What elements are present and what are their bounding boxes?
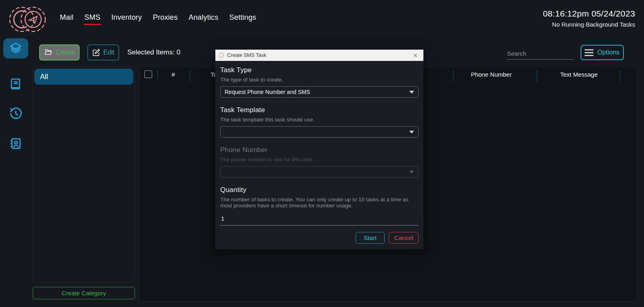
phone-number-label: Phone Number [220, 146, 419, 154]
task-type-select[interactable]: Request Phone Number and SMS [220, 86, 419, 98]
sidebar-item-contacts[interactable] [3, 134, 28, 154]
edit-icon [92, 48, 100, 56]
chevron-down-icon [409, 131, 414, 134]
quantity-input[interactable] [220, 213, 419, 226]
task-template-select[interactable] [220, 126, 419, 138]
create-sms-task-modal: Create SMS Task ✕ Task Type The type of … [215, 50, 423, 249]
nav-item-settings[interactable]: Settings [229, 13, 257, 25]
history-icon [9, 107, 23, 121]
hamburger-icon [585, 49, 593, 56]
modal-logo-icon [219, 52, 224, 58]
task-type-description: The type of task to create. [220, 77, 419, 83]
nav-item-sms[interactable]: SMS [84, 13, 101, 25]
modal-titlebar[interactable]: Create SMS Task ✕ [215, 50, 423, 61]
search-input[interactable] [507, 48, 574, 60]
nav-item-proxies[interactable]: Proxies [153, 13, 177, 25]
status-area: 08:16:12pm 05/24/2023 No Running Backgro… [543, 9, 635, 28]
options-button[interactable]: Options [581, 45, 624, 60]
clock: 08:16:12pm 05/24/2023 [543, 9, 635, 19]
nav-item-analytics[interactable]: Analytics [189, 13, 219, 25]
field-quantity: Quantity The number of tasks to create. … [220, 186, 419, 226]
sidebar-item-history[interactable] [3, 104, 28, 124]
app-root: Mail SMS Inventory Proxies Analytics Set… [0, 0, 644, 307]
modal-actions: Start Cancel [356, 232, 419, 244]
category-panel: All [33, 67, 135, 283]
nav-item-inventory[interactable]: Inventory [111, 13, 142, 25]
edit-button[interactable]: Edit [87, 44, 119, 61]
edit-button-label: Edit [103, 49, 115, 56]
task-type-label: Task Type [220, 66, 419, 74]
layers-icon [9, 42, 23, 55]
column-header-number: # [172, 71, 175, 78]
chevron-down-icon [409, 91, 414, 94]
close-icon[interactable]: ✕ [410, 52, 420, 58]
selected-items-count: Selected Items: 0 [127, 48, 180, 56]
sidebar-item-templates[interactable] [3, 74, 28, 94]
task-template-label: Task Template [220, 106, 419, 114]
modal-body: Task Type The type of task to create. Re… [215, 61, 423, 249]
phone-number-description: The phone number to use for this task. [220, 157, 419, 163]
notebook-icon [9, 77, 22, 91]
main-nav: Mail SMS Inventory Proxies Analytics Set… [60, 13, 256, 25]
category-item-all[interactable]: All [34, 69, 133, 85]
task-type-value: Request Phone Number and SMS [225, 89, 409, 95]
column-divider [157, 70, 158, 82]
options-button-label: Options [597, 49, 619, 56]
column-header-text-message: Text Message [560, 71, 598, 78]
column-divider [620, 70, 621, 82]
create-category-button[interactable]: Create Category [33, 287, 135, 299]
start-button[interactable]: Start [356, 232, 385, 244]
column-divider [189, 70, 190, 82]
background-tasks-status: No Running Background Tasks [543, 21, 635, 28]
field-phone-number: Phone Number The phone number to use for… [220, 146, 419, 178]
app-logo-icon [6, 2, 48, 37]
phone-number-select [220, 166, 419, 178]
contacts-icon [9, 137, 22, 150]
sidebar [0, 38, 32, 307]
modal-title: Create SMS Task [227, 52, 410, 58]
column-divider [453, 70, 454, 82]
sidebar-item-tasks[interactable] [3, 38, 28, 58]
field-task-type: Task Type The type of task to create. Re… [220, 66, 419, 98]
folder-icon [44, 48, 53, 56]
quantity-label: Quantity [220, 186, 419, 194]
task-template-description: The task template this task should use. [220, 117, 419, 123]
create-button-label: Create [56, 49, 75, 56]
create-button[interactable]: Create [39, 44, 80, 61]
column-divider [537, 70, 537, 82]
quantity-description: The number of tasks to create. You can o… [220, 196, 419, 209]
nav-item-mail[interactable]: Mail [60, 13, 74, 25]
cancel-button[interactable]: Cancel [389, 232, 419, 244]
select-all-checkbox[interactable] [144, 70, 152, 78]
column-header-phone-number: Phone Number [471, 71, 512, 78]
chevron-down-icon [409, 171, 414, 173]
top-nav-bar: Mail SMS Inventory Proxies Analytics Set… [0, 0, 644, 38]
field-task-template: Task Template The task template this tas… [220, 106, 419, 138]
